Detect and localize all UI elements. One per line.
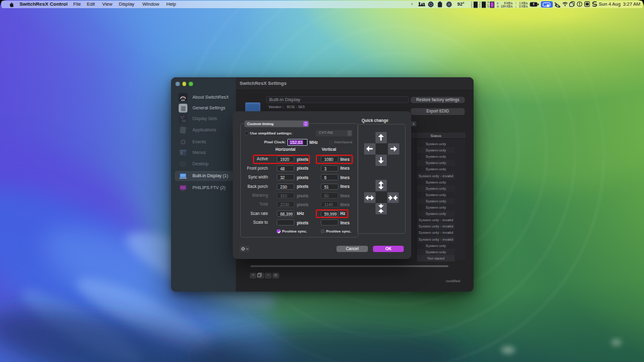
svg-text:U: U [471, 5, 473, 8]
svg-text:U: U [479, 5, 481, 8]
svg-text:↓: ↓ [515, 5, 516, 8]
svg-text:↑: ↑ [515, 1, 516, 4]
svg-text:8 KB/s: 8 KB/s [504, 1, 513, 4]
svg-text:M: M [487, 5, 489, 8]
svg-text:1 KB/s: 1 KB/s [519, 1, 528, 4]
svg-text:184 KB/s: 184 KB/s [501, 5, 513, 8]
svg-text:W: W [497, 6, 499, 8]
svg-text:R: R [497, 2, 499, 4]
svg-text:0 KB/s: 0 KB/s [519, 5, 528, 8]
